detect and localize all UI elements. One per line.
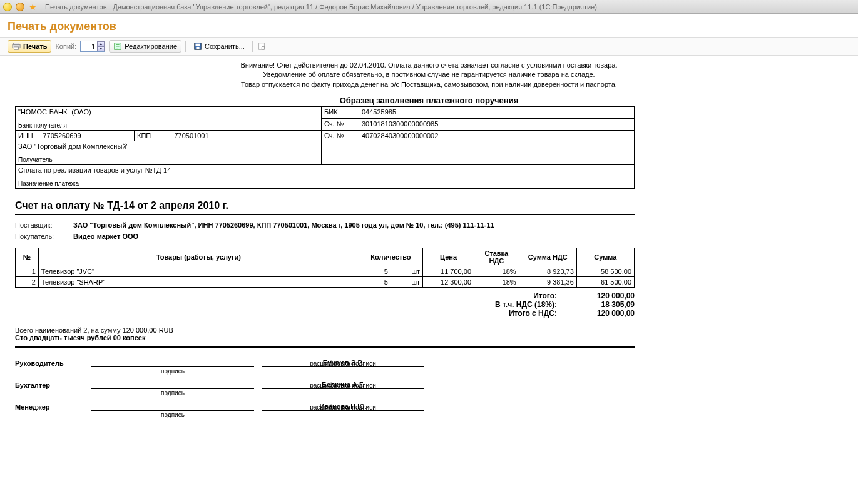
decode-caption: расшифровка подписи xyxy=(262,360,424,367)
save-icon xyxy=(193,42,202,51)
cell-num: 1 xyxy=(16,266,39,277)
bik-value: 044525985 xyxy=(359,107,635,119)
signature-row: Бухгалтер подпись Белкина А.Г.расшифровк… xyxy=(15,381,635,389)
signature-name: Белкина А.Г.расшифровка подписи xyxy=(262,381,424,389)
invoice-title: Счет на оплату № ТД-14 от 2 апреля 2010 … xyxy=(15,200,843,211)
buyer-row: Покупатель: Видео маркет ООО xyxy=(15,233,843,240)
save-label: Сохранить... xyxy=(205,43,245,50)
kpp-value: 770501001 xyxy=(172,131,322,141)
recipient-name: ЗАО "Торговый дом Комплексный" xyxy=(18,143,319,150)
table-row: 1 Телевизор "JVC" 5 шт 11 700,00 18% 8 9… xyxy=(16,266,635,277)
signature-name: Иванова Н.Ю.расшифровка подписи xyxy=(262,403,424,411)
signature-name: Бушуев Э.Р.расшифровка подписи xyxy=(262,359,424,367)
document-area: Внимание! Счет действителен до 02.04.201… xyxy=(0,56,858,430)
spinner-down-icon[interactable]: ▼ xyxy=(97,46,105,51)
inn-label: ИНН xyxy=(16,131,41,141)
svg-rect-2 xyxy=(14,47,19,49)
app-icon xyxy=(3,2,13,12)
cell-vat-sum: 9 381,36 xyxy=(519,277,576,288)
save-button[interactable]: Сохранить... xyxy=(190,41,248,52)
signature-caption: подпись xyxy=(91,411,254,418)
recipient-label: Получатель xyxy=(18,156,319,163)
notice-line: Уведомление об оплате обязательно, в про… xyxy=(15,70,843,79)
purpose-label: Назначение платежа xyxy=(18,180,631,187)
toolbar: Печать Копий: ▲▼ Редактирование Сохранит… xyxy=(0,37,858,56)
preview-icon[interactable] xyxy=(257,41,267,51)
bik-label: БИК xyxy=(322,107,359,119)
supplier-label: Поставщик: xyxy=(15,221,71,229)
edit-label: Редактирование xyxy=(125,43,177,50)
cell-vat-rate: 18% xyxy=(474,266,519,277)
total-vat-value: 120 000,00 xyxy=(572,309,635,318)
col-name: Товары (работы, услуги) xyxy=(38,248,359,266)
signature-line: подпись xyxy=(91,366,254,367)
bank-details-table: "НОМОС-БАНК" (ОАО) Банк получателя БИК 0… xyxy=(15,106,635,189)
decode-caption: расшифровка подписи xyxy=(262,382,424,389)
notice-line: Внимание! Счет действителен до 02.04.201… xyxy=(15,61,843,70)
svg-rect-6 xyxy=(196,47,199,49)
bank-name: "НОМОС-БАНК" (ОАО) xyxy=(18,108,319,116)
cell-price: 12 300,00 xyxy=(423,277,474,288)
spinner-up-icon[interactable]: ▲ xyxy=(97,41,105,46)
items-table: № Товары (работы, услуги) Количество Цен… xyxy=(15,248,635,288)
cell-price: 11 700,00 xyxy=(423,266,474,277)
dropdown-icon[interactable] xyxy=(15,2,25,12)
cell-qty: 5 xyxy=(359,266,391,277)
col-num: № xyxy=(16,248,39,266)
copies-label: Копий: xyxy=(55,43,76,50)
totals-block: Итого:120 000,00 В т.ч. НДС (18%):18 305… xyxy=(15,291,635,318)
notice-block: Внимание! Счет действителен до 02.04.201… xyxy=(15,61,843,89)
signature-caption: подпись xyxy=(91,390,254,396)
summary-line: Всего наименований 2, на сумму 120 000,0… xyxy=(15,326,843,334)
cell-vat-sum: 8 923,73 xyxy=(519,266,576,277)
total-value: 120 000,00 xyxy=(572,291,635,300)
cell-name: Телевизор "JVC" xyxy=(38,266,359,277)
signature-line: подпись xyxy=(91,388,254,389)
buyer-label: Покупатель: xyxy=(15,233,71,240)
acct-label: Сч. № xyxy=(322,119,359,131)
vat-value: 18 305,09 xyxy=(572,300,635,309)
signature-role: Менеджер xyxy=(15,403,84,411)
supplier-row: Поставщик: ЗАО "Торговый дом Комплексный… xyxy=(15,221,843,229)
payment-purpose: Оплата по реализации товаров и услуг №ТД… xyxy=(18,166,631,174)
col-price: Цена xyxy=(423,248,474,266)
signature-line: подпись xyxy=(91,410,254,411)
cell-unit: шт xyxy=(391,277,422,288)
separator xyxy=(252,41,253,52)
window-title: Печать документов - Демонстрационная баз… xyxy=(45,3,597,11)
summary-words: Сто двадцать тысяч рублей 00 копеек xyxy=(15,334,843,341)
inn-value: 7705260699 xyxy=(41,131,135,141)
col-sum: Сумма xyxy=(576,248,634,266)
cell-sum: 58 500,00 xyxy=(576,266,634,277)
divider xyxy=(15,214,635,215)
svg-rect-5 xyxy=(196,44,200,46)
page-title: Печать документов xyxy=(8,20,850,33)
cell-name: Телевизор "SHARP" xyxy=(38,277,359,288)
window-titlebar: ★ Печать документов - Демонстрационная б… xyxy=(0,0,858,14)
edit-icon xyxy=(113,42,122,51)
acct2-label: Сч. № xyxy=(322,131,359,165)
bank-recipient-label: Банк получателя xyxy=(18,122,319,129)
table-row: 2 Телевизор "SHARP" 5 шт 12 300,00 18% 9… xyxy=(16,277,635,288)
cell-qty: 5 xyxy=(359,277,391,288)
notice-line: Товар отпускается по факту прихода денег… xyxy=(15,80,843,89)
vat-label: В т.ч. НДС (18%): xyxy=(469,300,557,309)
signature-caption: подпись xyxy=(91,368,254,375)
copies-spinner[interactable]: ▲▼ xyxy=(80,41,105,52)
total-label: Итого: xyxy=(469,291,557,300)
signature-role: Бухгалтер xyxy=(15,381,84,389)
edit-button[interactable]: Редактирование xyxy=(109,40,181,53)
print-button[interactable]: Печать xyxy=(8,40,51,53)
print-icon xyxy=(12,42,21,51)
separator xyxy=(185,41,186,52)
print-label: Печать xyxy=(23,43,47,50)
total-vat-label: Итого с НДС: xyxy=(469,309,557,318)
signatures-block: Руководитель подпись Бушуев Э.Р.расшифро… xyxy=(15,359,635,411)
cell-sum: 61 500,00 xyxy=(576,277,634,288)
signature-row: Руководитель подпись Бушуев Э.Р.расшифро… xyxy=(15,359,635,367)
favorite-icon[interactable]: ★ xyxy=(28,2,38,12)
sample-title: Образец заполнения платежного поручения xyxy=(15,96,843,105)
signature-row: Менеджер подпись Иванова Н.Ю.расшифровка… xyxy=(15,403,635,411)
col-vat-sum: Сумма НДС xyxy=(519,248,576,266)
cell-vat-rate: 18% xyxy=(474,277,519,288)
